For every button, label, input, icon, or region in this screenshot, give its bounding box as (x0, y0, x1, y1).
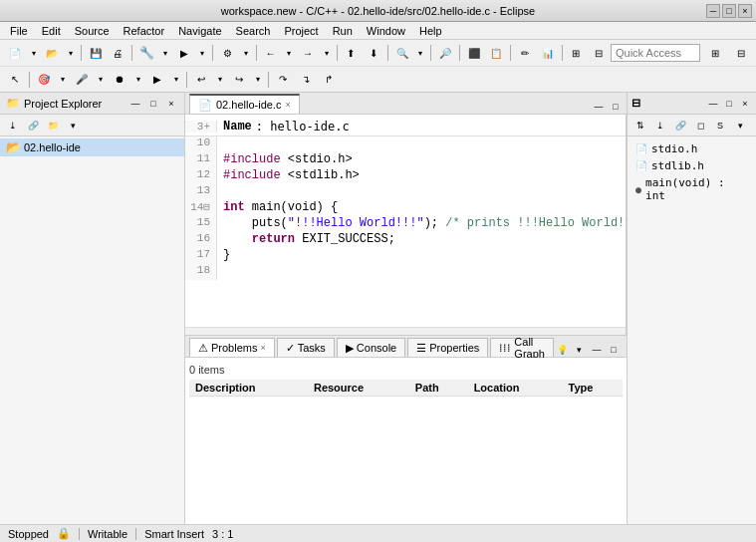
menu-run[interactable]: Run (327, 24, 359, 38)
toolbar-misc3[interactable]: ✏ (514, 43, 536, 63)
zoom-dropdown[interactable]: ▾ (414, 43, 428, 63)
restore-button[interactable]: □ (722, 4, 736, 18)
new-button[interactable]: 📄 (4, 43, 26, 63)
code-line-12: 12 #include <stdlib.h> (185, 168, 626, 184)
back-button[interactable]: ← (260, 43, 282, 63)
menu-help[interactable]: Help (413, 24, 448, 38)
cursor-button[interactable]: ↖ (4, 70, 26, 90)
minimize-button[interactable]: ─ (706, 4, 720, 18)
debug-button[interactable]: 🔧 (135, 43, 157, 63)
menu-file[interactable]: File (4, 24, 34, 38)
bottom-panel-maximize[interactable]: □ (607, 343, 621, 357)
outline-hide-static[interactable]: S (711, 118, 729, 134)
view-menu-button[interactable]: ▾ (64, 118, 82, 134)
undo-dropdown[interactable]: ▾ (213, 70, 227, 90)
run-dropdown[interactable]: ▾ (195, 43, 209, 63)
search-button[interactable]: 🔎 (434, 43, 456, 63)
outline-hide-fields[interactable]: ◻ (691, 118, 709, 134)
tab-tasks[interactable]: ✓ Tasks (277, 338, 335, 357)
outline-link[interactable]: 🔗 (671, 118, 689, 134)
tab-problems[interactable]: ⚠ Problems × (189, 338, 275, 357)
print-button[interactable]: 🖨 (108, 43, 129, 63)
next-edit-button[interactable]: ⬇ (363, 43, 384, 63)
menu-navigate[interactable]: Navigate (172, 24, 227, 38)
target-dropdown[interactable]: ▾ (56, 70, 70, 90)
play2-button[interactable]: ▶ (146, 70, 168, 90)
outline-maximize[interactable]: □ (722, 97, 736, 111)
outline-collapse[interactable]: ⤓ (651, 118, 669, 134)
project-explorer-close[interactable]: × (164, 97, 178, 111)
toolbar-misc2[interactable]: 📋 (486, 43, 508, 63)
menu-edit[interactable]: Edit (36, 24, 67, 38)
outline-close[interactable]: × (738, 97, 752, 111)
open-dropdown[interactable]: ▾ (64, 43, 78, 63)
rec-button[interactable]: ⏺ (109, 70, 130, 90)
problems-tab-close[interactable]: × (260, 343, 265, 353)
build-dropdown[interactable]: ▾ (239, 43, 253, 63)
build-button[interactable]: ⚙ (216, 43, 238, 63)
toolbar-misc1[interactable]: ⬛ (463, 43, 485, 63)
menu-search[interactable]: Search (230, 24, 277, 38)
outline-sort[interactable]: ⇅ (631, 118, 649, 134)
open-button[interactable]: 📂 (41, 43, 63, 63)
step-into-button[interactable]: ↴ (295, 70, 317, 90)
play2-dropdown[interactable]: ▾ (169, 70, 183, 90)
step-over-button[interactable]: ↷ (272, 70, 294, 90)
debug-dropdown[interactable]: ▾ (158, 43, 172, 63)
bottom-panel-menu[interactable]: ▾ (573, 343, 587, 357)
forward-dropdown[interactable]: ▾ (320, 43, 334, 63)
zoom-in-button[interactable]: 🔍 (391, 43, 413, 63)
outline-item-stdio[interactable]: 📄 stdio.h (633, 140, 750, 157)
undo-button[interactable]: ↩ (190, 70, 212, 90)
bottom-panel-minimize[interactable]: — (590, 343, 604, 357)
editor-maximize[interactable]: □ (609, 100, 623, 114)
mic-button[interactable]: 🎤 (71, 70, 93, 90)
tab-properties[interactable]: ☰ Properties (407, 338, 488, 357)
lock-icon: 🔒 (57, 527, 71, 540)
toolbar-area: 📄 ▾ 📂 ▾ 💾 🖨 🔧 ▾ ▶ ▾ ⚙ ▾ ← ▾ → ▾ ⬆ ⬇ 🔍 ▾ … (0, 40, 756, 93)
forward-button[interactable]: → (297, 43, 319, 63)
outline-item-main[interactable]: ● main(void) : int (633, 174, 750, 204)
tab-callgraph[interactable]: ⁞⁞⁞ Call Graph (490, 338, 554, 357)
prev-edit-button[interactable]: ⬆ (341, 43, 363, 63)
editor-tab-icon: 📄 (198, 99, 212, 112)
link-editor-button[interactable]: 🔗 (24, 118, 42, 134)
new-folder-button[interactable]: 📁 (44, 118, 62, 134)
toolbar-misc6[interactable]: ⊟ (588, 43, 610, 63)
outline-item-stdlib[interactable]: 📄 stdlib.h (633, 157, 750, 174)
project-root-item[interactable]: 📂 02.hello-ide (0, 138, 184, 156)
outline-menu[interactable]: ▾ (731, 118, 749, 134)
new-dropdown[interactable]: ▾ (27, 43, 41, 63)
toolbar-misc4[interactable]: 📊 (537, 43, 559, 63)
perspective-button1[interactable]: ⊞ (704, 43, 726, 63)
back-dropdown[interactable]: ▾ (282, 43, 296, 63)
outline-minimize[interactable]: — (706, 97, 720, 111)
menu-source[interactable]: Source (69, 24, 116, 38)
collapse-all-button[interactable]: ⤓ (4, 118, 22, 134)
editor-tab-hello[interactable]: 📄 02.hello-ide.c × (189, 94, 300, 114)
menu-project[interactable]: Project (278, 24, 324, 38)
perspective-button2[interactable]: ⊟ (730, 43, 752, 63)
close-button[interactable]: × (738, 4, 752, 18)
rec-dropdown[interactable]: ▾ (131, 70, 145, 90)
editor-content[interactable]: 3+ Name : hello-ide.c 10 11 #in (185, 115, 627, 335)
mic-dropdown[interactable]: ▾ (94, 70, 108, 90)
tab-console[interactable]: ▶ Console (337, 338, 405, 357)
editor-tab-close[interactable]: × (285, 100, 290, 110)
editor-minimize[interactable]: — (592, 100, 606, 114)
step-out-button[interactable]: ↱ (318, 70, 340, 90)
project-explorer-minimize[interactable]: — (128, 97, 142, 111)
run-button[interactable]: ▶ (173, 43, 195, 63)
menu-window[interactable]: Window (361, 24, 411, 38)
include-icon: 📄 (635, 143, 647, 154)
redo-button[interactable]: ↪ (228, 70, 250, 90)
quick-access-input[interactable] (611, 44, 700, 62)
bottom-panel-action[interactable]: 💡 (556, 343, 570, 357)
redo-dropdown[interactable]: ▾ (251, 70, 265, 90)
toolbar-misc5[interactable]: ⊞ (566, 43, 588, 63)
code-line-15: 15 puts("!!!Hello World!!!"); /* prints … (185, 216, 626, 232)
menu-refactor[interactable]: Refactor (118, 24, 171, 38)
project-explorer-maximize[interactable]: □ (146, 97, 160, 111)
target-button[interactable]: 🎯 (33, 70, 55, 90)
save-button[interactable]: 💾 (85, 43, 107, 63)
